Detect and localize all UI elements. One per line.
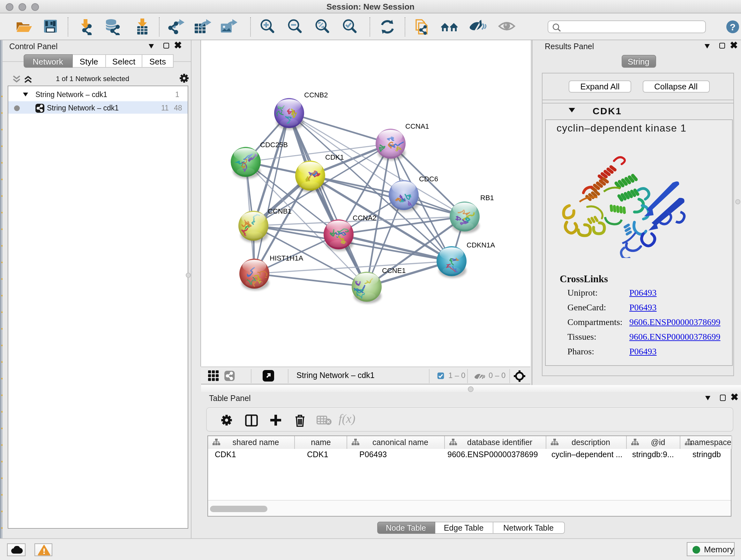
svg-text:?: ? — [730, 22, 736, 32]
svg-text:CDKN1A: CDKN1A — [467, 241, 495, 249]
svg-text:CDC25B: CDC25B — [260, 140, 288, 148]
svg-text:HIST1H1A: HIST1H1A — [270, 254, 303, 262]
svg-text:CCNA1: CCNA1 — [405, 122, 429, 130]
svg-text:CDC6: CDC6 — [419, 175, 438, 183]
svg-text:CCNB2: CCNB2 — [304, 91, 328, 99]
svg-text:CCNB1: CCNB1 — [268, 207, 292, 215]
svg-text:CDK1: CDK1 — [325, 153, 344, 161]
svg-text:CCNA2: CCNA2 — [353, 213, 377, 222]
svg-text:RB1: RB1 — [480, 193, 494, 201]
svg-text:CCNE1: CCNE1 — [382, 266, 406, 274]
